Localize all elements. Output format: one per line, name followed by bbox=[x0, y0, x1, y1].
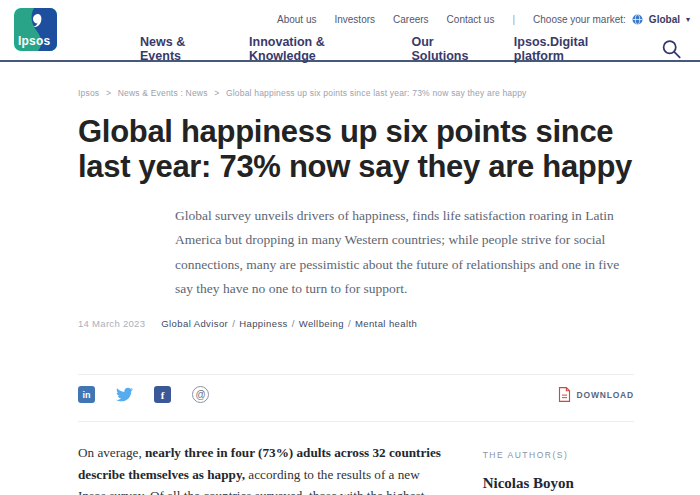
nav-our-solutions[interactable]: Our Solutions bbox=[411, 35, 489, 63]
chevron-down-icon: ▾ bbox=[686, 15, 690, 24]
nav-news-events[interactable]: News & Events bbox=[140, 35, 225, 63]
globe-icon bbox=[632, 14, 643, 25]
site-header: Ipsos About us Investors Careers Contact… bbox=[0, 0, 700, 62]
email-icon[interactable]: @ bbox=[192, 386, 209, 403]
market-selector[interactable]: Choose your market: Global ▾ bbox=[533, 14, 690, 25]
nav-careers[interactable]: Careers bbox=[393, 14, 429, 25]
nav-contact-us[interactable]: Contact us bbox=[447, 14, 495, 25]
nav-investors[interactable]: Investors bbox=[334, 14, 375, 25]
market-label: Choose your market: bbox=[533, 14, 626, 25]
breadcrumb-home[interactable]: Ipsos bbox=[78, 88, 99, 98]
divider bbox=[78, 421, 634, 422]
ipsos-logo[interactable]: Ipsos bbox=[14, 8, 57, 51]
article-subtitle: Global survey unveils drivers of happine… bbox=[175, 204, 632, 301]
tag-global-advisor[interactable]: Global Advisor bbox=[161, 318, 228, 329]
twitter-icon[interactable] bbox=[116, 386, 133, 403]
breadcrumb-separator: > bbox=[106, 88, 111, 98]
social-icons: in f @ bbox=[78, 386, 209, 403]
tag-separator: / bbox=[348, 318, 351, 329]
tag-mental-health[interactable]: Mental health bbox=[355, 318, 417, 329]
nav-ipsos-digital[interactable]: Ipsos.Digital platform bbox=[514, 35, 635, 63]
main-nav: News & Events Innovation & Knowledge Our… bbox=[140, 25, 700, 63]
share-bar: in f @ DOWNLOAD bbox=[78, 386, 634, 403]
tag-separator: / bbox=[232, 318, 235, 329]
nav-about-us[interactable]: About us bbox=[277, 14, 316, 25]
search-icon[interactable] bbox=[661, 38, 682, 60]
authors-heading: THE AUTHOR(S) bbox=[483, 450, 632, 460]
market-value: Global bbox=[649, 14, 680, 25]
breadcrumb-section[interactable]: News & Events : News bbox=[118, 88, 208, 98]
article-columns: On average, nearly three in four (73%) a… bbox=[78, 442, 632, 495]
utility-divider: | bbox=[512, 14, 515, 25]
header-right: About us Investors Careers Contact us | … bbox=[140, 0, 700, 63]
paragraph-text: On average, bbox=[78, 445, 145, 460]
page-title: Global happiness up six points since las… bbox=[78, 114, 653, 184]
publish-date: 14 March 2023 bbox=[78, 318, 145, 329]
tag-separator: / bbox=[292, 318, 295, 329]
utility-nav: About us Investors Careers Contact us | … bbox=[140, 0, 700, 25]
pdf-icon bbox=[558, 387, 571, 402]
linkedin-icon[interactable]: in bbox=[78, 386, 95, 403]
facebook-icon[interactable]: f bbox=[154, 386, 171, 403]
breadcrumb-separator: > bbox=[214, 88, 219, 98]
article-meta: 14 March 2023 Global Advisor/Happiness/W… bbox=[78, 318, 632, 329]
page-content: Ipsos > News & Events : News > Global ha… bbox=[0, 88, 700, 495]
authors-sidebar: THE AUTHOR(S) Nicolas Boyon Public Affai… bbox=[483, 442, 632, 495]
tag-list: Global Advisor/Happiness/Wellbeing/Menta… bbox=[161, 318, 417, 329]
download-label: DOWNLOAD bbox=[577, 390, 634, 400]
article-body: On average, nearly three in four (73%) a… bbox=[78, 442, 449, 495]
download-button[interactable]: DOWNLOAD bbox=[558, 387, 634, 402]
nav-innovation-knowledge[interactable]: Innovation & Knowledge bbox=[249, 35, 387, 63]
divider bbox=[78, 374, 634, 375]
ipsos-logo-text: Ipsos bbox=[18, 34, 50, 48]
tag-happiness[interactable]: Happiness bbox=[239, 318, 288, 329]
breadcrumb-current: Global happiness up six points since las… bbox=[226, 88, 527, 98]
breadcrumb: Ipsos > News & Events : News > Global ha… bbox=[78, 88, 632, 98]
article-paragraph: On average, nearly three in four (73%) a… bbox=[78, 442, 449, 495]
author-name[interactable]: Nicolas Boyon bbox=[483, 475, 632, 492]
tag-wellbeing[interactable]: Wellbeing bbox=[299, 318, 344, 329]
